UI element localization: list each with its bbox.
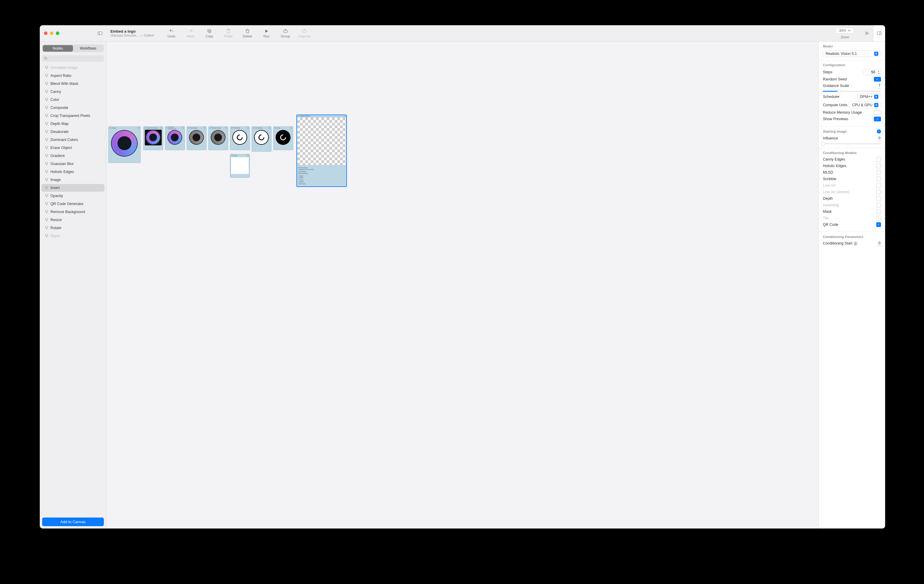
model-select[interactable]: Realistic Vision 5.1	[823, 50, 881, 57]
canvas-node[interactable]: Invert	[273, 126, 293, 150]
toolbar-overflow-button[interactable]	[860, 25, 873, 41]
conditioning-checkbox[interactable]	[876, 163, 881, 168]
canvas-node[interactable]: Image	[108, 126, 141, 163]
node-list[interactable]: Animated ImageAspect RatioBlend With Mas…	[40, 64, 106, 515]
conditioning-checkbox[interactable]	[876, 177, 881, 181]
sidebar-item[interactable]: Crop Transparent Pixels	[41, 112, 104, 120]
sidebar-item[interactable]: Blend With Mask	[41, 80, 104, 87]
zoom-control[interactable]: 30% Zoom	[830, 25, 860, 41]
sidebar-item[interactable]: Resize	[41, 216, 104, 224]
canvas-node[interactable]: Remove Background	[165, 126, 185, 150]
node-close-icon[interactable]	[182, 127, 184, 129]
svg-rect-2	[209, 30, 211, 33]
conditioning-checkbox[interactable]	[876, 222, 881, 227]
random-seed-toggle[interactable]	[874, 77, 881, 82]
document-title: Embed a logo	[111, 29, 158, 33]
sidebar-item[interactable]: Sepia	[41, 232, 104, 240]
tab-nodes[interactable]: Nodes	[43, 45, 73, 52]
canvas-node[interactable]: Color	[230, 154, 250, 178]
add-to-canvas-button[interactable]: Add to Canvas	[42, 518, 104, 526]
toggle-sidebar-button[interactable]	[97, 31, 106, 36]
svg-rect-3	[208, 30, 210, 32]
stepper-buttons[interactable]: ▴▾	[876, 69, 881, 75]
svg-point-67	[47, 210, 48, 211]
copy-button[interactable]: Copy	[200, 25, 219, 41]
sidebar-item[interactable]: Composite	[41, 104, 104, 112]
conditioning-checkbox[interactable]	[876, 209, 881, 214]
guidance-scale-slider[interactable]	[823, 91, 881, 92]
influence-slider[interactable]	[823, 144, 881, 144]
sidebar-item[interactable]: Color	[41, 96, 104, 104]
node-close-icon[interactable]	[269, 127, 271, 129]
run-button[interactable]: Run	[257, 25, 276, 41]
toolbar-label: Redo	[186, 35, 194, 38]
node-close-icon[interactable]	[344, 115, 346, 117]
zoom-window-button[interactable]	[56, 31, 59, 35]
node-close-icon[interactable]	[225, 127, 227, 129]
canvas-node[interactable]: Super Resolution	[143, 126, 163, 150]
canvas-node[interactable]: Stable Diffusion• Prompt (text)• Negativ…	[297, 115, 347, 187]
svg-point-27	[45, 106, 46, 107]
redo-button: Redo	[181, 25, 200, 41]
sidebar-item[interactable]: Holistic Edges	[41, 168, 104, 176]
toolbar-label: Copy	[206, 35, 213, 38]
sidebar-item[interactable]: Canny	[41, 88, 104, 96]
sidebar-item[interactable]: Opacity	[41, 192, 104, 200]
scheduler-select[interactable]: DPM++	[857, 94, 881, 100]
canvas-node[interactable]: Desaturate	[186, 126, 206, 150]
sidebar-item[interactable]: Remove Background	[41, 208, 104, 216]
sidebar-item-label: Sepia	[50, 234, 60, 238]
reduce-memory-toggle[interactable]	[874, 110, 881, 115]
sidebar-item[interactable]: QR Code Generator	[41, 200, 104, 208]
node-close-icon[interactable]	[138, 127, 140, 129]
canvas[interactable]: ImageSuper ResolutionRemove BackgroundDe…	[107, 41, 818, 528]
minimize-window-button[interactable]	[50, 31, 53, 35]
body: Nodes Workflows Animated ImageAspect Rat…	[40, 41, 885, 528]
close-window-button[interactable]	[44, 31, 48, 35]
sidebar-item[interactable]: Dominant Colors	[41, 136, 104, 144]
group-button[interactable]: Group	[276, 25, 295, 41]
sidebar-item[interactable]: Gradient	[41, 152, 104, 160]
conditioning-checkbox[interactable]	[876, 157, 881, 162]
node-close-icon[interactable]	[290, 127, 292, 129]
canvas-node[interactable]: Composite	[252, 126, 272, 152]
node-header: Resize Image	[208, 126, 228, 129]
show-previews-toggle[interactable]	[874, 117, 881, 121]
toggle-inspector-button[interactable]	[873, 25, 885, 41]
svg-point-18	[45, 82, 46, 83]
sidebar-item[interactable]: Depth Map	[41, 120, 104, 128]
svg-point-44	[46, 148, 47, 149]
document-title-block: Embed a logo Odyssey Docume… — Edited	[106, 25, 162, 41]
toolbar-label: Run	[264, 35, 269, 38]
tab-workflows[interactable]: Workflows	[73, 45, 103, 52]
canvas-node[interactable]: Resize Image	[208, 126, 228, 150]
conditioning-checkbox[interactable]	[876, 196, 881, 201]
node-close-icon[interactable]	[247, 127, 249, 129]
zoom-select[interactable]: 30%	[836, 28, 854, 33]
node-title: Remove Background	[168, 126, 182, 130]
conditioning-checkbox[interactable]	[876, 170, 881, 175]
sidebar-item[interactable]: Aspect Ratio	[41, 72, 104, 79]
steps-input[interactable]	[864, 69, 876, 75]
sidebar-item[interactable]: Desaturate	[41, 128, 104, 135]
delete-icon	[245, 28, 250, 34]
svg-point-58	[47, 186, 48, 187]
node-close-icon[interactable]	[247, 154, 249, 157]
node-close-icon[interactable]	[160, 127, 162, 129]
search-input[interactable]	[42, 55, 104, 62]
canvas-node[interactable]: Threshold	[230, 126, 250, 150]
node-close-icon[interactable]	[203, 127, 206, 129]
undo-button[interactable]: Undo	[162, 25, 181, 41]
row-guidance-scale: Guidance Scale 7	[823, 83, 881, 88]
sidebar-item[interactable]: Rotate	[41, 224, 104, 232]
info-icon[interactable]: i	[853, 242, 858, 246]
info-icon[interactable]: i	[877, 129, 881, 134]
delete-button[interactable]: Delete	[238, 25, 257, 41]
sidebar-item[interactable]: Animated Image	[41, 64, 104, 71]
sidebar-item[interactable]: Image	[41, 176, 104, 184]
compute-units-select[interactable]: CPU & GPU	[849, 102, 881, 108]
sidebar-item[interactable]: Invert	[41, 184, 104, 192]
steps-stepper[interactable]: ▴▾	[863, 69, 881, 75]
sidebar-item[interactable]: Erase Object	[41, 144, 104, 152]
sidebar-item[interactable]: Guassian Blur	[41, 160, 104, 168]
